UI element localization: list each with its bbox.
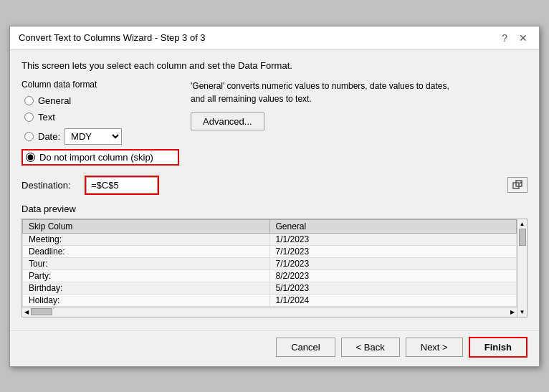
destination-input-wrap <box>85 176 159 195</box>
preview-label: Data preview <box>22 204 527 214</box>
radio-text-row: Text <box>22 110 179 124</box>
preview-table-container: Skip Colum General Meeting:1/1/2023Deadl… <box>22 219 527 317</box>
radio-text-label: Text <box>38 112 55 123</box>
close-button[interactable]: ✕ <box>516 32 530 44</box>
table-row: Meeting:1/1/2023 <box>23 233 517 245</box>
vscroll-track <box>517 229 527 307</box>
radio-skip-label: Do not import column (skip) <box>39 152 153 163</box>
radio-date-row: Date: MDY DMY YMD <box>22 127 179 146</box>
horizontal-scrollbar[interactable]: ◀ ▶ <box>22 307 517 317</box>
vscroll-down-arrow[interactable]: ▼ <box>520 307 525 317</box>
radio-general[interactable] <box>24 96 34 105</box>
main-area: Column data format General Text Date: MD… <box>22 80 527 168</box>
next-button[interactable]: Next > <box>406 338 463 357</box>
hscroll-left-arrow[interactable]: ◀ <box>22 309 31 315</box>
title-bar: Convert Text to Columns Wizard - Step 3 … <box>10 27 539 50</box>
destination-range-icon[interactable] <box>507 177 527 193</box>
table-row: Party:8/2/2023 <box>23 269 517 282</box>
cancel-button[interactable]: Cancel <box>276 338 335 357</box>
table-cell: 1/1/2024 <box>269 294 517 306</box>
radio-text[interactable] <box>24 113 34 122</box>
table-cell: 8/2/2023 <box>269 269 517 282</box>
advanced-button[interactable]: Advanced... <box>191 113 264 130</box>
vertical-scrollbar[interactable]: ▲ ▼ <box>517 219 527 317</box>
table-row: Tour:7/1/2023 <box>23 257 517 269</box>
dialog-title: Convert Text to Columns Wizard - Step 3 … <box>19 32 206 43</box>
format-group-label: Column data format <box>22 80 179 90</box>
table-cell: 1/1/2023 <box>269 233 517 245</box>
destination-row: Destination: <box>22 176 527 195</box>
table-row: Deadline:7/1/2023 <box>23 245 517 257</box>
radio-date-label: Date: <box>38 131 60 142</box>
hscroll-track <box>31 308 508 315</box>
table-cell: Deadline: <box>23 245 270 257</box>
table-cell: 7/1/2023 <box>269 257 517 269</box>
table-cell: Tour: <box>23 257 270 269</box>
table-cell: Party: <box>23 269 270 282</box>
back-button[interactable]: < Back <box>341 338 400 357</box>
table-row: Holiday:1/1/2024 <box>23 294 517 306</box>
table-row: Birthday:5/1/2023 <box>23 282 517 294</box>
radio-general-row: General <box>22 94 179 107</box>
table-cell: Holiday: <box>23 294 270 306</box>
radio-skip-row: Do not import column (skip) <box>22 149 179 166</box>
table-cell: 5/1/2023 <box>269 282 517 294</box>
vscroll-up-arrow[interactable]: ▲ <box>520 219 525 229</box>
table-cell: 7/1/2023 <box>269 245 517 257</box>
description-text: This screen lets you select each column … <box>22 60 527 71</box>
preview-table: Skip Colum General Meeting:1/1/2023Deadl… <box>22 219 517 307</box>
right-panel: 'General' converts numeric values to num… <box>191 80 527 168</box>
vscroll-thumb[interactable] <box>519 229 526 246</box>
title-controls: ? ✕ <box>499 32 530 44</box>
radio-general-label: General <box>38 95 71 106</box>
dialog-window: Convert Text to Columns Wizard - Step 3 … <box>9 26 540 367</box>
date-format-select[interactable]: MDY DMY YMD <box>65 128 122 145</box>
footer: Cancel < Back Next > Finish <box>10 330 539 366</box>
table-cell: Meeting: <box>23 233 270 245</box>
col-header-general: General <box>269 219 517 233</box>
preview-inner: Skip Colum General Meeting:1/1/2023Deadl… <box>22 219 517 317</box>
preview-section: Data preview Skip Colum General Meeting:… <box>22 204 527 317</box>
radio-skip[interactable] <box>26 153 35 162</box>
col-header-skip: Skip Colum <box>23 219 270 233</box>
hscroll-thumb[interactable] <box>31 308 52 315</box>
finish-button[interactable]: Finish <box>469 337 527 358</box>
table-cell: Birthday: <box>23 282 270 294</box>
left-panel: Column data format General Text Date: MD… <box>22 80 179 168</box>
radio-date[interactable] <box>24 132 34 141</box>
dialog-body: This screen lets you select each column … <box>10 50 539 330</box>
destination-input[interactable] <box>86 177 158 193</box>
help-button[interactable]: ? <box>499 32 510 44</box>
hscroll-right-arrow[interactable]: ▶ <box>508 309 517 315</box>
destination-label: Destination: <box>22 180 79 191</box>
general-info-text: 'General' converts numeric values to num… <box>191 80 463 105</box>
